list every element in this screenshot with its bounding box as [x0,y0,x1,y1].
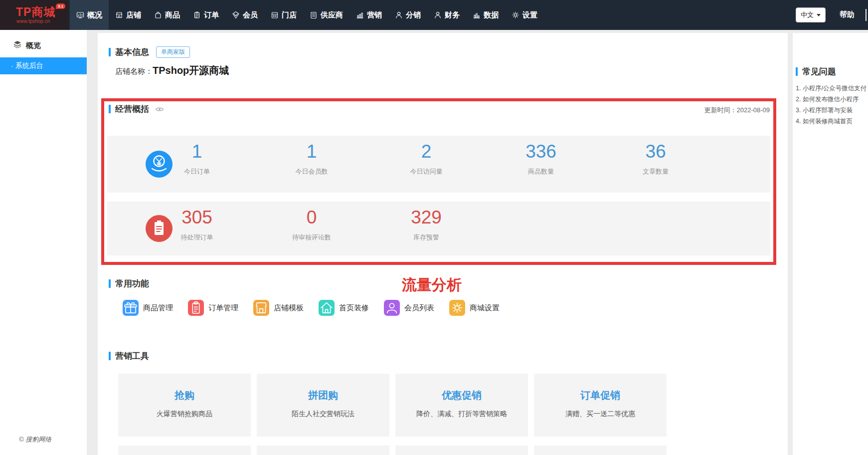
nav-item-label: 概况 [87,10,102,20]
card-partial[interactable] [534,446,667,455]
stat-label: 今日访问量 [369,167,484,176]
stat-value: 336 [484,141,598,163]
top-nav: TP商城 www.tpshop.cn 3.1 概况 店铺 商品 订单 [0,0,868,30]
chart-growth-icon [356,11,364,19]
shortcuts-row: 商品管理 订单管理 店铺模板 首页装修 会员列表 商城设置 [123,300,500,316]
faq-header: 常见问题 [796,66,836,77]
shortcut-label: 订单管理 [208,303,238,313]
shortcut-goods-manage[interactable]: 商品管理 [123,300,173,316]
stat-label: 商品数量 [484,167,598,176]
stat-value: 0 [254,207,369,228]
nav-item-finance[interactable]: 财务 [427,0,466,30]
shop-name-row: 店铺名称：TPshop开源商城 [115,64,229,77]
nav-item-data[interactable]: 数据 [466,0,505,30]
stat-label: 待审核评论数 [254,233,369,242]
card-title: 优惠促销 [395,389,528,402]
shortcut-mall-settings[interactable]: 商城设置 [449,300,500,316]
user-icon [384,300,400,316]
card-partial[interactable] [257,446,389,455]
logo[interactable]: TP商城 www.tpshop.cn 3.1 [0,0,69,30]
logo-title: TP商城 [16,4,55,20]
faq-list: 1. 小程序/公众号微信支付 2. 如何发布微信小程序 3. 小程序部署与安装 … [796,83,867,127]
stat-today-members: 1 今日会员数 [254,136,369,193]
shortcut-shop-template[interactable]: 店铺模板 [253,300,304,316]
shortcut-label: 店铺模板 [274,303,304,313]
shopping-bag-icon [154,11,162,19]
card-title: 拼团购 [257,389,389,402]
storefront-icon [271,11,279,19]
card-discount-promo[interactable]: 优惠促销 降价、满减、打折等营销策略 [395,374,528,437]
faq-item[interactable]: 4. 如何装修商城首页 [796,116,867,127]
section-accent-bar [796,67,798,76]
badge-diamond-icon [232,11,240,19]
stat-value: 305 [140,207,254,228]
stat-label: 库存预警 [369,233,484,242]
nav-item-marketing[interactable]: 营销 [349,0,388,30]
logo-version-badge: 3.1 [56,3,65,9]
nav-item-label: 数据 [484,10,499,20]
nav-item-label: 设置 [522,10,537,20]
shop-icon [115,11,123,19]
sidebar-group-overview[interactable]: 概览 [0,37,87,54]
card-flash-sale[interactable]: 抢购 火爆营销抢购商品 [118,374,251,437]
edition-badge: 单商家版 [156,46,190,58]
shortcut-label: 会员列表 [404,303,434,313]
nav-item-goods[interactable]: 商品 [148,0,186,30]
storefront-icon [253,300,269,316]
nav-item-label: 商品 [165,10,180,20]
shortcut-home-decorate[interactable]: 首页装修 [319,300,369,316]
shortcuts-header: 常用功能 [109,278,149,289]
section-accent-bar [109,105,111,113]
sidebar-item-system-backend[interactable]: 系统后台 [0,57,87,74]
stat-value: 329 [369,207,484,228]
main-content: 基本信息 单商家版 店铺名称：TPshop开源商城 经营概括 更新时间：2022… [98,33,788,455]
marketing-cards: 抢购 火爆营销抢购商品 拼团购 陌生人社交营销玩法 优惠促销 降价、满减、打折等… [118,374,667,437]
marketing-header: 营销工具 [109,350,149,362]
copyright: © 搜豹网络 [19,435,51,444]
faq-item[interactable]: 1. 小程序/公众号微信支付 [796,83,867,94]
clipboard-icon [193,11,201,19]
marketing-title: 营销工具 [115,350,149,362]
card-desc: 火爆营销抢购商品 [118,410,251,419]
help-link[interactable]: 帮助 [840,10,855,19]
nav-item-shop[interactable]: 店铺 [109,0,148,30]
card-partial[interactable] [395,446,528,455]
nav-item-members[interactable]: 会员 [225,0,264,30]
stat-today-visits: 2 今日访问量 [369,136,484,193]
nav-item-label: 分销 [406,10,421,20]
card-order-promo[interactable]: 订单促销 满赠、买一送二等优惠 [534,374,667,437]
language-select[interactable]: 中文 [796,7,826,22]
eye-icon[interactable] [155,105,164,114]
nav-item-orders[interactable]: 订单 [186,0,225,30]
nav-item-label: 订单 [204,10,219,20]
shortcut-order-manage[interactable]: 订单管理 [188,300,238,316]
faq-item[interactable]: 3. 小程序部署与安装 [796,105,867,116]
section-accent-bar [109,48,111,56]
faq-item[interactable]: 2. 如何发布微信小程序 [796,94,867,105]
nav-item-stores[interactable]: 门店 [264,0,303,30]
tpshop-admin-dashboard: TP商城 www.tpshop.cn 3.1 概况 店铺 商品 订单 [0,0,868,455]
nav-item-settings[interactable]: 设置 [505,0,544,30]
faq-panel: 常见问题 1. 小程序/公众号微信支付 2. 如何发布微信小程序 3. 小程序部… [793,33,868,455]
chevron-down-icon [817,14,821,16]
card-partial[interactable] [118,446,251,455]
person-icon [395,11,403,19]
card-group-buy[interactable]: 拼团购 陌生人社交营销玩法 [257,374,389,437]
nav-item-overview[interactable]: 概况 [70,0,109,30]
gift-icon [123,300,139,316]
shortcut-member-list[interactable]: 会员列表 [384,300,434,316]
nav-item-suppliers[interactable]: 供应商 [303,0,349,30]
shortcuts-title: 常用功能 [115,278,149,289]
stat-label: 待处理订单 [140,233,254,242]
clipboard-icon [188,300,204,316]
document-list-icon [310,11,318,19]
nav-item-label: 门店 [282,10,297,20]
nav-item-distribution[interactable]: 分销 [388,0,427,30]
stat-stock-warning: 329 库存预警 [369,202,484,255]
shop-name-value: TPshop开源商城 [153,65,229,76]
layers-icon [13,40,22,51]
stat-pending-orders: 305 待处理订单 [140,202,254,255]
overview-header: 经营概括 [109,103,164,115]
section-accent-bar [109,352,111,360]
nav-item-label: 财务 [445,10,460,20]
